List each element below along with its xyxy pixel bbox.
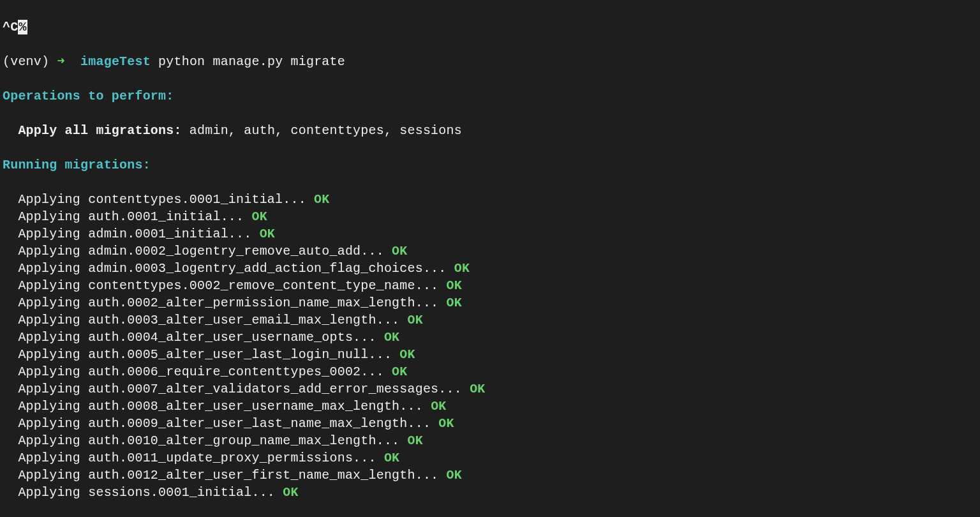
ctrl-c-text: ^C <box>3 20 18 34</box>
status-ok: OK <box>447 296 462 310</box>
prompt-arrow-icon: ➜ <box>57 54 64 69</box>
command-1-text: python manage.py migrate <box>158 54 345 69</box>
status-ok: OK <box>470 382 485 396</box>
migration-line: Applying auth.0009_alter_user_last_name_… <box>3 415 977 432</box>
migration-line: Applying auth.0011_update_proxy_permissi… <box>3 449 977 467</box>
prompt-line-1: (venv) ➜ imageTest python manage.py migr… <box>3 53 977 70</box>
apply-all-list: admin, auth, contenttypes, sessions <box>182 123 462 138</box>
status-ok: OK <box>260 227 275 241</box>
running-header: Running migrations: <box>3 156 977 174</box>
interrupt-line: ^C% <box>3 19 977 36</box>
migration-line: Applying auth.0008_alter_user_username_m… <box>3 398 977 415</box>
apply-all-line: Apply all migrations: admin, auth, conte… <box>3 122 977 139</box>
migration-line: Applying auth.0007_alter_validators_add_… <box>3 380 977 398</box>
status-ok: OK <box>384 451 399 465</box>
apply-all-label: Apply all migrations: <box>18 123 181 138</box>
percent-inverted: % <box>18 20 27 34</box>
migration-line: Applying auth.0001_initial... OK <box>3 208 977 225</box>
migration-line: Applying auth.0005_alter_user_last_login… <box>3 346 977 363</box>
migration-line: Applying admin.0002_logentry_remove_auto… <box>3 243 977 260</box>
migration-line: Applying admin.0003_logentry_add_action_… <box>3 260 977 277</box>
status-ok: OK <box>399 347 415 362</box>
status-ok: OK <box>408 433 423 448</box>
status-ok: OK <box>431 399 446 414</box>
migration-line: Applying admin.0001_initial... OK <box>3 225 977 243</box>
migration-line: Applying contenttypes.0002_remove_conten… <box>3 277 977 294</box>
status-ok: OK <box>384 330 399 345</box>
status-ok: OK <box>392 244 407 258</box>
status-ok: OK <box>447 468 462 483</box>
status-ok: OK <box>251 209 267 224</box>
operations-header: Operations to perform: <box>3 87 977 105</box>
status-ok: OK <box>392 364 407 379</box>
status-ok: OK <box>447 278 462 293</box>
migration-line: Applying auth.0012_alter_user_first_name… <box>3 467 977 484</box>
migration-line: Applying auth.0004_alter_user_username_o… <box>3 329 977 346</box>
cwd-label: imageTest <box>80 54 151 69</box>
migration-line: Applying sessions.0001_initial... OK <box>3 484 977 501</box>
migration-line: Applying auth.0006_require_contenttypes_… <box>3 363 977 380</box>
terminal-output[interactable]: ^C% (venv) ➜ imageTest python manage.py … <box>0 0 980 517</box>
status-ok: OK <box>454 261 470 276</box>
migration-line: Applying auth.0003_alter_user_email_max_… <box>3 311 977 329</box>
status-ok: OK <box>408 313 423 327</box>
migration-list: Applying contenttypes.0001_initial... OK… <box>3 191 977 501</box>
status-ok: OK <box>438 416 454 431</box>
migration-line: Applying auth.0002_alter_permission_name… <box>3 294 977 311</box>
migration-line: Applying auth.0010_alter_group_name_max_… <box>3 432 977 449</box>
status-ok: OK <box>314 192 329 207</box>
migration-line: Applying contenttypes.0001_initial... OK <box>3 191 977 208</box>
status-ok: OK <box>283 485 298 500</box>
venv-label: (venv) <box>3 54 49 69</box>
